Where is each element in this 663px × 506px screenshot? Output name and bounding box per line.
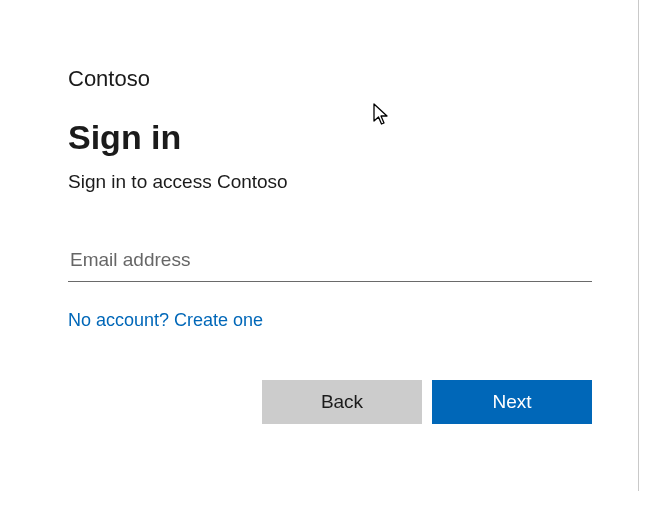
page-subtitle: Sign in to access Contoso	[68, 171, 595, 193]
back-button[interactable]: Back	[262, 380, 422, 424]
right-divider	[638, 0, 639, 491]
brand-name: Contoso	[68, 66, 595, 92]
next-button[interactable]: Next	[432, 380, 592, 424]
page-title: Sign in	[68, 118, 595, 157]
email-input-wrap	[68, 241, 592, 282]
signin-panel: Contoso Sign in Sign in to access Contos…	[0, 0, 663, 331]
email-input[interactable]	[68, 241, 592, 282]
button-row: Back Next	[262, 380, 592, 424]
create-account-link[interactable]: No account? Create one	[68, 310, 263, 330]
